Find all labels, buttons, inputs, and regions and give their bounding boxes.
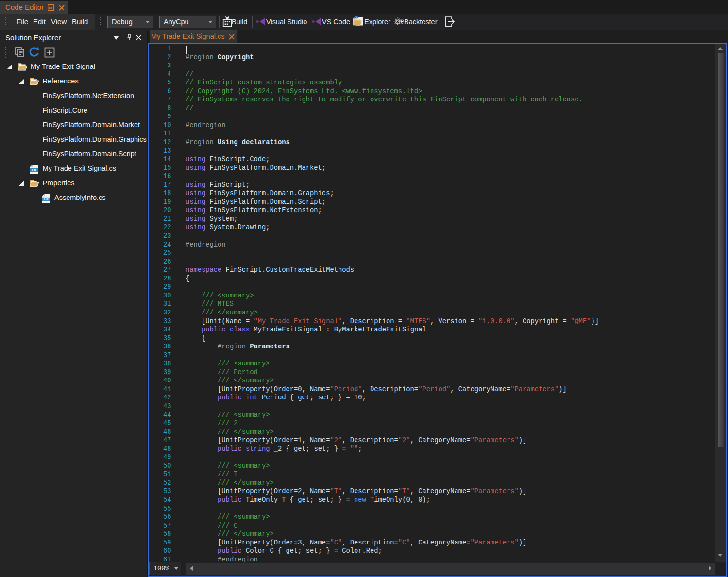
svg-text:C#: C#	[32, 168, 36, 172]
svg-text:C#: C#	[44, 197, 49, 201]
